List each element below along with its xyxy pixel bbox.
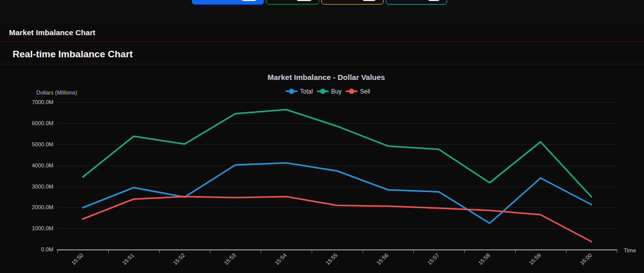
svg-text:15:56: 15:56 [375,252,389,266]
svg-text:15:59: 15:59 [528,252,542,266]
svg-text:6000.0M: 6000.0M [32,120,53,126]
svg-text:15:53: 15:53 [223,252,237,266]
svg-text:0.0M: 0.0M [41,246,53,252]
svg-text:15:54: 15:54 [273,252,288,266]
svg-text:1000.0M: 1000.0M [32,225,53,231]
svg-text:15:52: 15:52 [172,252,186,266]
svg-text:5000.0M: 5000.0M [32,141,53,147]
svg-text:Buy: Buy [331,88,342,95]
svg-text:15:51: 15:51 [121,252,135,266]
svg-text:7000.0M: 7000.0M [32,99,53,105]
svg-text:16:00: 16:00 [579,252,593,266]
svg-text:15:57: 15:57 [426,252,440,266]
svg-text:15:58: 15:58 [477,252,491,266]
svg-text:3000.0M: 3000.0M [32,184,53,190]
svg-text:2000.0M: 2000.0M [32,204,53,210]
svg-text:Market Imbalance - Dollar Valu: Market Imbalance - Dollar Values [267,73,385,81]
svg-text:Dollars (Millions): Dollars (Millions) [36,89,77,96]
svg-text:Total: Total [300,88,313,95]
svg-text:4000.0M: 4000.0M [32,162,53,168]
svg-text:Time: Time [624,247,636,253]
svg-text:15:50: 15:50 [70,252,84,266]
svg-text:15:55: 15:55 [324,252,338,266]
svg-text:Sell: Sell [360,88,370,95]
